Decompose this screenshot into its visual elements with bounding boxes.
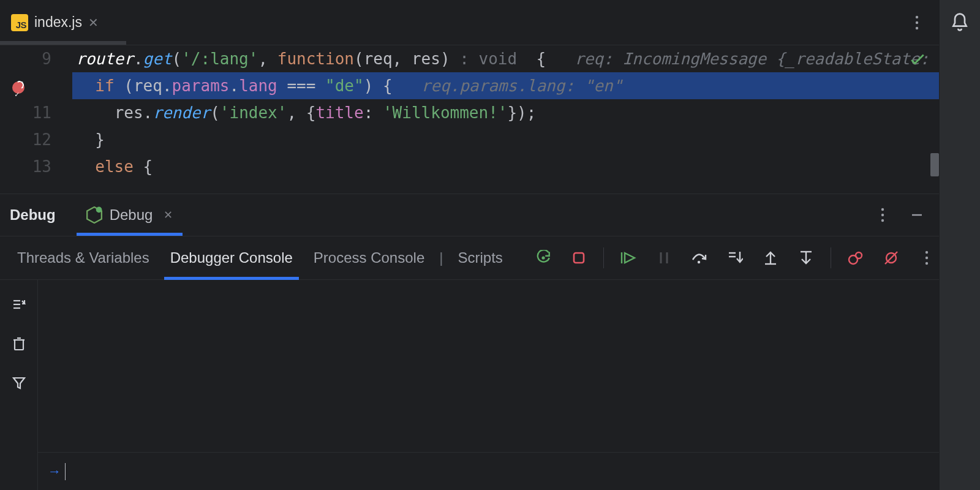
- console-input[interactable]: →: [38, 452, 939, 490]
- more-vertical-icon[interactable]: [872, 204, 894, 226]
- editor-tab-indexjs[interactable]: JS index.js ✕: [0, 0, 110, 45]
- tab-title: index.js: [34, 14, 82, 31]
- close-session-icon[interactable]: ✕: [164, 208, 173, 222]
- right-toolbar: [939, 0, 980, 490]
- svg-point-1: [916, 21, 918, 23]
- pause-icon[interactable]: [653, 247, 675, 269]
- tab-threads-variables[interactable]: Threads & Variables: [11, 236, 156, 280]
- console-main: →: [38, 280, 939, 490]
- code-area[interactable]: router.get('/:lang', function(req, res) …: [72, 45, 939, 194]
- tab-debugger-console[interactable]: Debugger Console: [164, 236, 299, 280]
- svg-point-6: [881, 214, 884, 216]
- debug-tool-title: Debug: [10, 206, 56, 224]
- scroll-to-end-icon[interactable]: [8, 293, 30, 315]
- editor-tab-bar: JS index.js ✕: [0, 0, 939, 45]
- resume-icon[interactable]: [617, 247, 639, 269]
- svg-point-0: [916, 15, 918, 18]
- svg-point-15: [698, 261, 700, 263]
- tab-process-console[interactable]: Process Console: [307, 236, 431, 280]
- notifications-bell-icon[interactable]: [949, 11, 971, 33]
- console-body: →: [0, 280, 939, 490]
- gutter: ✓ 9 11 12 13: [0, 45, 72, 194]
- minimize-icon[interactable]: [906, 204, 928, 226]
- tab-separator: |: [439, 249, 443, 266]
- svg-point-9: [541, 256, 545, 259]
- close-tab-icon[interactable]: ✕: [88, 15, 99, 30]
- line-number[interactable]: [0, 72, 51, 99]
- svg-marker-37: [13, 378, 24, 388]
- view-breakpoints-icon[interactable]: [845, 247, 867, 269]
- mute-breakpoints-icon[interactable]: [880, 247, 902, 269]
- code-line-current[interactable]: if (req.params.lang === "de") { req.para…: [72, 72, 939, 99]
- step-down-icon[interactable]: [795, 247, 817, 269]
- svg-point-7: [881, 219, 884, 222]
- separator: [831, 247, 831, 268]
- svg-point-27: [925, 251, 928, 254]
- debug-session-tab[interactable]: Debug ✕: [77, 194, 183, 236]
- filter-icon[interactable]: [8, 372, 30, 394]
- stop-icon[interactable]: [568, 247, 590, 269]
- line-number[interactable]: 9: [0, 45, 51, 72]
- debug-tool-window: Debug Debug ✕ Threads & Variables Deb: [0, 194, 939, 490]
- rerun-debug-icon[interactable]: [532, 247, 554, 269]
- text-caret: [65, 463, 66, 480]
- separator: [603, 247, 604, 268]
- debug-subtab-bar: Threads & Variables Debugger Console Pro…: [0, 236, 939, 280]
- line-number[interactable]: 11: [0, 99, 51, 126]
- breakpoint-verified-check-icon: ✓: [15, 81, 19, 108]
- scrollbar-thumb[interactable]: [930, 153, 939, 176]
- nodejs-debug-icon: [86, 206, 102, 224]
- step-out-icon[interactable]: [760, 247, 782, 269]
- more-vertical-icon[interactable]: [916, 247, 938, 269]
- tab-scripts[interactable]: Scripts: [451, 236, 508, 280]
- code-line[interactable]: }: [72, 126, 939, 153]
- editor-status-icons: [910, 51, 925, 67]
- step-over-icon[interactable]: [688, 247, 710, 269]
- debug-session-label: Debug: [110, 206, 153, 224]
- checkmark-status-icon[interactable]: [910, 51, 925, 67]
- svg-marker-12: [625, 253, 635, 263]
- javascript-file-icon: JS: [11, 14, 28, 31]
- clear-all-icon[interactable]: [8, 333, 30, 355]
- svg-point-24: [856, 252, 862, 258]
- console-output[interactable]: [38, 280, 939, 452]
- svg-rect-10: [574, 253, 584, 263]
- debug-header: Debug Debug ✕: [0, 194, 939, 236]
- svg-rect-34: [15, 340, 23, 350]
- svg-point-28: [925, 257, 928, 259]
- svg-point-5: [881, 208, 884, 211]
- prompt-arrow-icon: →: [48, 464, 61, 480]
- code-editor[interactable]: ✓ 9 11 12 13 router.get('/:lang', functi…: [0, 45, 939, 194]
- more-vertical-icon[interactable]: [906, 12, 928, 34]
- code-line[interactable]: else {: [72, 153, 939, 180]
- line-number[interactable]: 12: [0, 126, 51, 153]
- svg-point-2: [916, 26, 918, 29]
- console-sidebar: [0, 280, 38, 490]
- svg-point-29: [925, 262, 928, 265]
- line-number[interactable]: 13: [0, 153, 51, 180]
- step-into-icon[interactable]: [724, 247, 746, 269]
- code-line[interactable]: res.render('index', {title: 'Willkommen!…: [72, 99, 939, 126]
- code-line[interactable]: router.get('/:lang', function(req, res) …: [72, 45, 939, 72]
- svg-point-4: [96, 207, 102, 213]
- tab-underline: [0, 41, 126, 45]
